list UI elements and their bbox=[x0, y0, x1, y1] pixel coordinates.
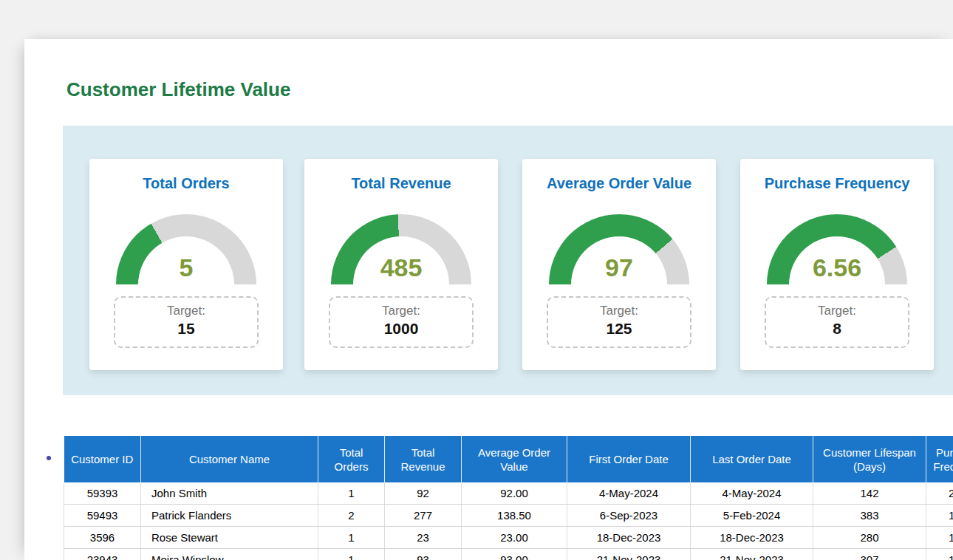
kpi-card-average-order-value: Average Order Value 97 Target: 125 bbox=[522, 159, 716, 370]
kpi-value: 97 bbox=[549, 253, 689, 282]
column-header: Last Order Date bbox=[691, 436, 813, 482]
table-cell: 1.19 bbox=[926, 549, 953, 560]
table-cell: 1 bbox=[318, 527, 385, 549]
target-label: Target: bbox=[115, 304, 257, 318]
table-header: Customer IDCustomer NameTotal OrdersTota… bbox=[64, 436, 953, 482]
table-cell: 307 bbox=[813, 549, 926, 560]
target-value: 1000 bbox=[330, 320, 472, 338]
table-cell: 2.57 bbox=[926, 482, 953, 505]
app-window: Customer Lifetime Value Total Orders 5 T… bbox=[0, 0, 953, 560]
target-label: Target: bbox=[330, 304, 472, 318]
table-cell: Moira Winslow bbox=[141, 549, 318, 560]
column-header: Customer ID bbox=[64, 436, 141, 482]
table-cell: 3596 bbox=[64, 527, 141, 549]
gauge-chart: 6.56 bbox=[767, 214, 907, 285]
table-cell: 5-Feb-2024 bbox=[691, 505, 813, 527]
kpi-panel: Total Orders 5 Target: 15 Total Revenue … bbox=[63, 126, 953, 395]
table-cell: 142 bbox=[813, 482, 926, 505]
table-cell: 277 bbox=[385, 505, 462, 527]
table-cell: Rose Stewart bbox=[141, 527, 318, 549]
kpi-card-title: Purchase Frequency bbox=[740, 175, 934, 192]
table-body: 59393John Smith19292.004-May-20244-May-2… bbox=[64, 482, 953, 560]
table-row: 23943Moira Winslow19393.0021-Nov-202321-… bbox=[64, 549, 953, 560]
table-header-row: Customer IDCustomer NameTotal OrdersTota… bbox=[64, 436, 953, 482]
kpi-card-total-orders: Total Orders 5 Target: 15 bbox=[89, 159, 283, 370]
gauge-chart: 5 bbox=[116, 214, 256, 285]
target-box: Target: 125 bbox=[547, 296, 691, 348]
column-header: Total Revenue bbox=[385, 436, 462, 482]
target-box: Target: 8 bbox=[765, 296, 909, 348]
target-box: Target: 1000 bbox=[329, 296, 474, 348]
kpi-card-title: Total Orders bbox=[89, 175, 283, 192]
target-label: Target: bbox=[766, 304, 908, 318]
target-value: 125 bbox=[548, 320, 690, 338]
table-cell: 1.30 bbox=[926, 527, 953, 549]
column-header: Customer Name bbox=[141, 436, 318, 482]
table-cell: 23943 bbox=[64, 549, 141, 560]
table-cell: 23 bbox=[385, 527, 462, 549]
column-header: First Order Date bbox=[567, 436, 691, 482]
table-row: 59393John Smith19292.004-May-20244-May-2… bbox=[64, 482, 953, 505]
table-cell: 383 bbox=[813, 505, 926, 527]
table-cell: 18-Dec-2023 bbox=[691, 527, 813, 549]
table-row: 59493Patrick Flanders2277138.506-Sep-202… bbox=[64, 505, 953, 527]
table-cell: 59393 bbox=[64, 482, 141, 505]
table-cell: 280 bbox=[813, 527, 926, 549]
marker-dot-icon bbox=[47, 456, 51, 460]
table-cell: 21-Nov-2023 bbox=[567, 549, 691, 560]
table-cell: 1.91 bbox=[926, 505, 953, 527]
kpi-card-title: Average Order Value bbox=[522, 175, 716, 192]
kpi-value: 5 bbox=[116, 253, 256, 282]
table-cell: 92.00 bbox=[462, 482, 567, 505]
target-value: 8 bbox=[766, 320, 908, 338]
kpi-card-total-revenue: Total Revenue 485 Target: 1000 bbox=[304, 159, 498, 370]
table-cell: 138.50 bbox=[462, 505, 567, 527]
target-value: 15 bbox=[115, 320, 257, 338]
table-row: 3596Rose Stewart12323.0018-Dec-202318-De… bbox=[64, 527, 953, 549]
kpi-card-purchase-frequency: Purchase Frequency 6.56 Target: 8 bbox=[740, 159, 934, 370]
table-cell: 4-May-2024 bbox=[567, 482, 691, 505]
table-cell: 92 bbox=[385, 482, 462, 505]
table-cell: 21-Nov-2023 bbox=[691, 549, 813, 560]
table-cell: 93.00 bbox=[462, 549, 567, 560]
column-header: Total Orders bbox=[318, 436, 385, 482]
table-cell: Patrick Flanders bbox=[141, 505, 318, 527]
column-header: Average Order Value bbox=[462, 436, 567, 482]
table-cell: 93 bbox=[385, 549, 462, 560]
clv-table: Customer IDCustomer NameTotal OrdersTota… bbox=[64, 436, 953, 560]
kpi-value: 6.56 bbox=[767, 253, 907, 282]
gauge-chart: 485 bbox=[331, 214, 471, 285]
kpi-card-title: Total Revenue bbox=[304, 175, 498, 192]
table-cell: 18-Dec-2023 bbox=[567, 527, 691, 549]
target-box: Target: 15 bbox=[114, 296, 259, 348]
customer-table: Customer IDCustomer NameTotal OrdersTota… bbox=[64, 436, 953, 560]
table-cell: 1 bbox=[318, 482, 385, 505]
gauge-chart: 97 bbox=[549, 214, 689, 285]
column-header: Purchase Frequency bbox=[926, 436, 953, 482]
table-cell: 23.00 bbox=[462, 527, 567, 549]
target-label: Target: bbox=[548, 304, 690, 318]
table-cell: 4-May-2024 bbox=[691, 482, 813, 505]
column-header: Customer Lifespan (Days) bbox=[813, 436, 926, 482]
table-cell: 59493 bbox=[64, 505, 141, 527]
page-title: Customer Lifetime Value bbox=[66, 78, 290, 101]
table-cell: 1 bbox=[318, 549, 385, 560]
table-cell: 2 bbox=[318, 505, 385, 527]
kpi-value: 485 bbox=[331, 253, 471, 282]
table-cell: John Smith bbox=[141, 482, 318, 505]
table-cell: 6-Sep-2023 bbox=[567, 505, 691, 527]
